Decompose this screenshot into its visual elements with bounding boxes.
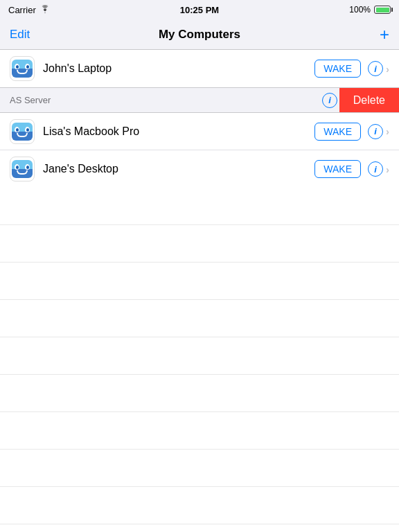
- empty-row: [0, 524, 399, 532]
- computer-icon: [10, 56, 35, 81]
- empty-row: [0, 375, 399, 412]
- chevron-right-icon: ›: [386, 63, 389, 75]
- edit-button[interactable]: Edit: [10, 28, 30, 42]
- finder-face-icon: [12, 123, 33, 141]
- computer-name: Lisa's Macbook Pro: [43, 125, 314, 138]
- wake-button[interactable]: WAKE: [314, 160, 361, 178]
- chevron-right-icon: ›: [386, 163, 389, 175]
- empty-row: [0, 188, 399, 225]
- computer-icon: [10, 119, 35, 144]
- wifi-icon: [39, 5, 51, 15]
- empty-rows: [0, 188, 399, 532]
- add-button[interactable]: +: [380, 26, 389, 43]
- section-header-nas: AS Server i › Delete: [0, 88, 399, 113]
- chevron-right-icon: ›: [386, 125, 389, 137]
- empty-row: [0, 487, 399, 524]
- battery-percent: 100%: [349, 5, 371, 15]
- info-button[interactable]: i: [368, 61, 383, 76]
- list-item[interactable]: Jane's Desktop WAKE i ›: [0, 150, 399, 188]
- empty-row: [0, 225, 399, 263]
- page-title: My Computers: [159, 28, 240, 42]
- wake-button[interactable]: WAKE: [314, 60, 361, 78]
- empty-row: [0, 263, 399, 300]
- status-right: 100%: [349, 5, 391, 15]
- section-info-button[interactable]: i: [322, 93, 337, 108]
- list-item[interactable]: John's Laptop WAKE i ›: [0, 50, 399, 87]
- empty-row: [0, 337, 399, 375]
- empty-row: [0, 300, 399, 337]
- section-nas: AS Server i › Delete Lisa's Macbook Pro …: [0, 87, 399, 188]
- section-no-header: John's Laptop WAKE i ›: [0, 50, 399, 87]
- wake-button[interactable]: WAKE: [314, 123, 361, 141]
- finder-face-icon: [12, 60, 33, 78]
- carrier-label: Carrier: [8, 5, 36, 15]
- empty-row: [0, 412, 399, 450]
- computer-name: John's Laptop: [43, 62, 314, 75]
- nav-bar: Edit My Computers +: [0, 19, 399, 50]
- empty-row: [0, 450, 399, 487]
- info-button[interactable]: i: [368, 161, 383, 177]
- list-item[interactable]: Lisa's Macbook Pro WAKE i ›: [0, 113, 399, 150]
- status-bar: Carrier 10:25 PM 100%: [0, 0, 399, 19]
- battery-icon: [374, 6, 391, 14]
- finder-face-icon: [12, 160, 33, 178]
- section-header-label: AS Server: [0, 95, 51, 105]
- status-time: 10:25 PM: [180, 5, 219, 15]
- delete-button[interactable]: Delete: [339, 88, 399, 112]
- computer-icon: [10, 157, 35, 181]
- computer-name: Jane's Desktop: [43, 163, 314, 175]
- status-left: Carrier: [8, 5, 51, 15]
- info-button[interactable]: i: [368, 124, 383, 139]
